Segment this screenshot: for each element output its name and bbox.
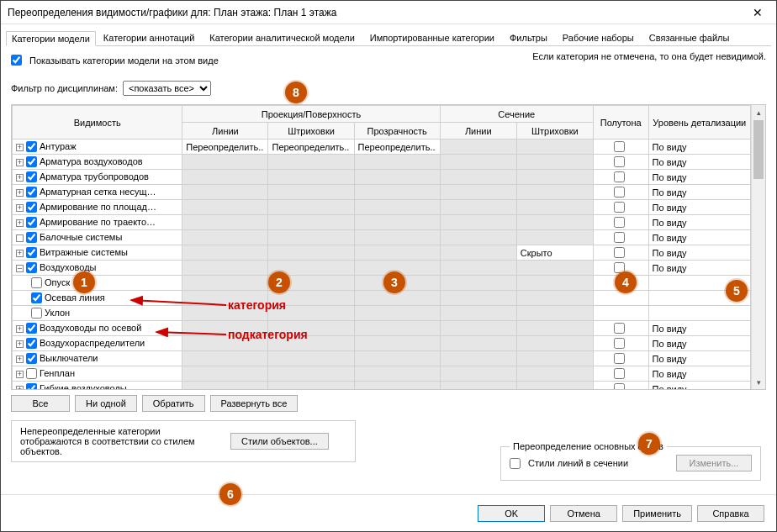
halftone-checkbox[interactable] [614,338,625,349]
cut-lines-cell[interactable] [440,321,516,336]
detail-cell[interactable]: По виду [648,215,750,230]
proj-lines-cell[interactable] [182,261,268,276]
halftone-checkbox[interactable] [614,171,625,182]
detail-cell[interactable] [648,291,750,306]
detail-cell[interactable]: По виду [648,200,750,215]
expand-toggle[interactable]: + [16,250,24,257]
table-row[interactable]: +Армирование по площад…По виду [13,200,751,215]
halftone-cell[interactable] [593,321,648,336]
halftone-cell[interactable] [593,245,648,261]
proj-transp-cell[interactable] [354,366,440,382]
visibility-checkbox[interactable] [31,308,42,319]
proj-lines-cell[interactable] [182,245,268,261]
cut-lines-cell[interactable] [440,291,516,306]
halftone-cell[interactable] [593,366,648,382]
detail-cell[interactable]: По виду [648,366,750,382]
proj-transp-cell[interactable] [354,382,440,390]
tab-analytical-categories[interactable]: Категории аналитической модели [202,29,362,46]
expand-toggle[interactable]: + [16,219,24,227]
proj-transp-cell[interactable] [354,185,440,200]
proj-lines-cell[interactable] [182,351,268,366]
visibility-checkbox[interactable] [31,277,42,288]
cut-lines-cell[interactable] [440,215,516,230]
visibility-checkbox[interactable] [26,217,37,228]
halftone-cell[interactable] [593,155,648,170]
expand-toggle[interactable]: + [16,325,24,333]
table-row[interactable]: Балочные системыПо виду [13,230,751,245]
cut-patterns-cell[interactable] [516,155,593,170]
proj-lines-cell[interactable] [182,215,268,230]
host-edit-button[interactable]: Изменить... [676,455,752,471]
cut-patterns-cell[interactable] [516,276,593,291]
table-row[interactable]: +ВыключателиПо виду [13,351,751,366]
halftone-cell[interactable] [593,170,648,185]
visibility-checkbox[interactable] [26,368,37,379]
show-categories-checkbox[interactable] [11,55,22,66]
proj-transp-cell[interactable] [354,215,440,230]
tab-filters[interactable]: Фильтры [502,29,555,46]
detail-cell[interactable]: По виду [648,155,750,170]
cut-patterns-cell[interactable] [516,291,593,306]
proj-lines-cell[interactable] [182,185,268,200]
cut-lines-cell[interactable] [440,336,516,351]
halftone-cell[interactable] [593,200,648,215]
proj-patterns-cell[interactable] [268,321,354,336]
table-row[interactable]: +Витражные системыСкрытоПо виду [13,245,751,261]
visibility-checkbox[interactable] [26,262,37,273]
table-row[interactable]: Осевая линия [13,291,751,306]
halftone-checkbox[interactable] [614,323,625,334]
table-row[interactable]: +Арматура трубопроводовПо виду [13,170,751,185]
scroll-thumb[interactable] [753,120,764,179]
proj-transp-cell[interactable] [354,336,440,351]
cancel-button[interactable]: Отмена [550,505,617,522]
expand-all-button[interactable]: Развернуть все [210,395,299,412]
proj-lines-cell[interactable] [182,321,268,336]
invert-button[interactable]: Обратить [142,395,205,412]
cut-patterns-cell[interactable] [516,351,593,366]
cut-patterns-cell[interactable] [516,366,593,382]
cut-lines-cell[interactable] [440,170,516,185]
proj-lines-cell[interactable] [182,155,268,170]
proj-lines-cell[interactable] [182,306,268,321]
tab-linked-files[interactable]: Связанные файлы [642,29,737,46]
visibility-checkbox[interactable] [26,323,37,334]
cut-patterns-cell[interactable] [516,215,593,230]
table-row[interactable]: +АнтуражПереопределить..Переопределить..… [13,140,751,155]
halftone-cell[interactable] [593,230,648,245]
halftone-cell[interactable] [593,351,648,366]
proj-patterns-cell[interactable] [268,261,354,276]
detail-cell[interactable]: По виду [648,230,750,245]
halftone-cell[interactable] [593,382,648,390]
proj-transp-cell[interactable] [354,276,440,291]
cut-patterns-cell[interactable] [516,306,593,321]
visibility-checkbox[interactable] [26,353,37,364]
tab-worksets[interactable]: Рабочие наборы [555,29,642,46]
detail-cell[interactable]: По виду [648,336,750,351]
expand-toggle[interactable]: + [16,204,24,212]
proj-transp-cell[interactable] [354,155,440,170]
visibility-checkbox[interactable] [26,202,37,213]
proj-transp-cell[interactable]: Переопределить.. [354,140,440,155]
halftone-checkbox[interactable] [614,383,625,389]
proj-transp-cell[interactable] [354,261,440,276]
proj-transp-cell[interactable] [354,170,440,185]
proj-transp-cell[interactable] [354,245,440,261]
halftone-checkbox[interactable] [614,368,625,379]
proj-lines-cell[interactable] [182,336,268,351]
halftone-checkbox[interactable] [614,353,625,364]
proj-patterns-cell[interactable] [268,336,354,351]
expand-toggle[interactable]: + [16,174,24,182]
cut-line-styles-checkbox[interactable] [510,458,521,469]
halftone-checkbox[interactable] [614,262,625,273]
proj-transp-cell[interactable] [354,351,440,366]
cut-lines-cell[interactable] [440,382,516,390]
table-row[interactable]: Уклон [13,306,751,321]
expand-toggle[interactable] [16,234,24,242]
visibility-checkbox[interactable] [26,338,37,349]
detail-cell[interactable]: По виду [648,261,750,276]
table-row[interactable]: Опуск [13,276,751,291]
proj-lines-cell[interactable]: Переопределить.. [182,140,268,155]
halftone-cell[interactable] [593,306,648,321]
proj-lines-cell[interactable] [182,200,268,215]
visibility-checkbox[interactable] [31,292,42,303]
